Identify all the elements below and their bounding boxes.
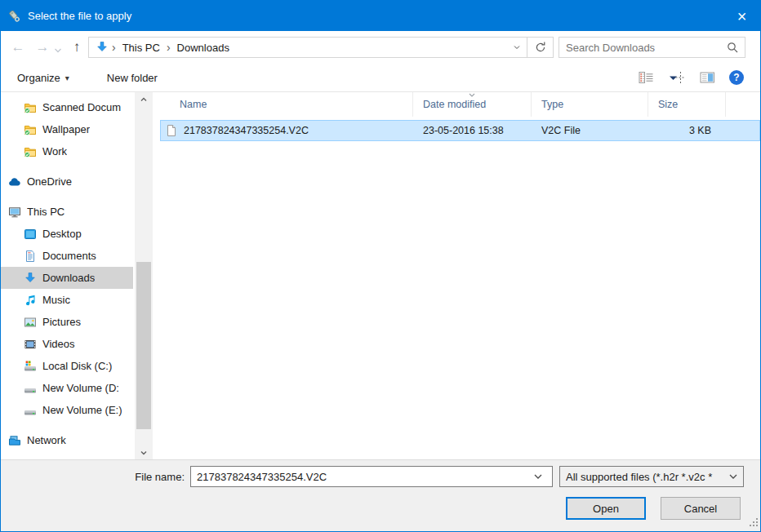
file-date-modified-cell: 23-05-2016 15:38 xyxy=(413,125,532,136)
sidebar-item-local-disk-c[interactable]: Local Disk (C:) xyxy=(1,355,133,377)
breadcrumb-downloads[interactable]: Downloads xyxy=(171,42,235,54)
window-title: Select the file to apply xyxy=(28,10,131,22)
disk-icon xyxy=(24,382,37,395)
sidebar-item-scanned-docum[interactable]: Scanned Docum xyxy=(1,96,133,118)
sidebar-item-label: Desktop xyxy=(42,228,82,240)
file-name-input[interactable] xyxy=(190,466,553,487)
change-view-chevron-icon[interactable] xyxy=(668,71,686,84)
sidebar-item-label: This PC xyxy=(27,206,65,218)
sidebar-scrollbar[interactable] xyxy=(135,92,153,459)
desktop-icon xyxy=(24,228,37,241)
organize-button[interactable]: Organize ▾ xyxy=(17,72,69,84)
sidebar-item-label: Videos xyxy=(42,338,75,350)
app-dongle-icon xyxy=(7,9,22,24)
file-name-dropdown-chevron-icon[interactable] xyxy=(532,470,545,483)
sidebar-item-wallpaper[interactable]: Wallpaper xyxy=(1,118,133,140)
address-bar[interactable]: › This PC › Downloads xyxy=(88,37,527,58)
sidebar-item-label: Scanned Docum xyxy=(42,101,121,113)
up-button[interactable]: ↑ xyxy=(66,38,87,57)
breadcrumb-this-pc[interactable]: This PC xyxy=(117,42,166,54)
column-header-size[interactable]: Size xyxy=(648,92,726,117)
file-list-body: 217837824347335254.V2C23-05-2016 15:38V2… xyxy=(153,120,760,141)
close-button[interactable]: × xyxy=(723,1,760,31)
search-icon[interactable] xyxy=(726,41,739,54)
sidebar-item-network[interactable]: Network xyxy=(1,429,133,451)
file-size-cell: 3 KB xyxy=(648,125,726,136)
sidebar-item-new-volume-d[interactable]: New Volume (D: xyxy=(1,377,133,399)
file-type-chevron-icon xyxy=(727,470,740,483)
organize-caret-icon: ▾ xyxy=(65,73,69,82)
refresh-button[interactable] xyxy=(527,37,554,58)
breadcrumb-separator: › xyxy=(166,41,171,54)
pictures-icon xyxy=(24,316,37,329)
column-header-date-modified[interactable]: Date modified xyxy=(413,92,532,117)
open-button[interactable]: Open xyxy=(566,497,646,520)
sidebar-item-label: Documents xyxy=(42,250,96,262)
sidebar-item-videos[interactable]: Videos xyxy=(1,333,133,355)
sidebar-item-onedrive[interactable]: OneDrive xyxy=(1,171,133,193)
folder-sync-icon xyxy=(24,145,37,158)
scrollbar-thumb[interactable] xyxy=(136,262,151,429)
breadcrumb-separator: › xyxy=(111,41,117,54)
details-view-icon[interactable] xyxy=(639,71,654,84)
new-folder-label: New folder xyxy=(107,72,158,84)
sidebar-item-music[interactable]: Music xyxy=(1,289,133,311)
scroll-down-icon[interactable] xyxy=(135,446,153,459)
sidebar-gap xyxy=(1,162,153,171)
this-pc-icon xyxy=(8,206,21,219)
sidebar-item-documents[interactable]: Documents xyxy=(1,245,133,267)
sidebar-item-label: New Volume (E:) xyxy=(42,404,122,416)
sidebar-item-new-volume-e[interactable]: New Volume (E:) xyxy=(1,399,133,421)
navigation-bar: ← → ↑ › This PC › Downloads xyxy=(1,31,760,64)
file-row-217837824347335254-v2c[interactable]: 217837824347335254.V2C23-05-2016 15:38V2… xyxy=(160,120,760,141)
folder-sync-icon xyxy=(24,101,37,114)
search-box xyxy=(559,37,745,58)
help-button[interactable]: ? xyxy=(729,70,744,85)
sidebar-item-pictures[interactable]: Pictures xyxy=(1,311,133,333)
sidebar-item-label: Pictures xyxy=(42,316,81,328)
downloads-icon xyxy=(24,272,37,285)
file-type-value: All supported files (*.h2r *.v2c * xyxy=(566,471,727,483)
file-icon xyxy=(165,124,178,137)
sidebar-item-label: Local Disk (C:) xyxy=(42,360,112,372)
column-header-label: Size xyxy=(658,99,678,110)
preview-pane-icon[interactable] xyxy=(700,71,715,84)
column-header-label: Date modified xyxy=(423,99,486,110)
column-header-label: Name xyxy=(180,99,207,110)
column-header-label: Type xyxy=(541,99,563,110)
column-header-name[interactable]: Name xyxy=(160,92,413,117)
sidebar-item-work[interactable]: Work xyxy=(1,140,133,162)
back-button[interactable]: ← xyxy=(7,38,29,57)
sidebar-item-label: Network xyxy=(27,434,66,446)
disk-icon xyxy=(24,404,37,417)
sidebar-item-label: OneDrive xyxy=(27,175,72,188)
network-icon xyxy=(8,434,21,447)
file-list-area[interactable]: NameDate modifiedTypeSize 21783782434733… xyxy=(153,92,760,459)
sidebar-item-downloads[interactable]: Downloads xyxy=(1,267,133,289)
command-bar: Organize ▾ New folder ? xyxy=(1,64,760,92)
file-type-cell: V2C File xyxy=(532,125,648,136)
recent-locations-chevron-icon[interactable] xyxy=(51,41,65,60)
forward-button[interactable]: → xyxy=(32,38,53,57)
sidebar-item-label: New Volume (D: xyxy=(42,382,119,394)
search-input[interactable] xyxy=(559,42,726,54)
organize-label: Organize xyxy=(17,72,60,84)
navigation-pane: Scanned DocumWallpaperWorkOneDriveThis P… xyxy=(1,92,153,459)
cancel-button[interactable]: Cancel xyxy=(661,497,741,520)
sidebar-item-desktop[interactable]: Desktop xyxy=(1,223,133,245)
file-name-cell: 217837824347335254.V2C xyxy=(160,124,413,137)
onedrive-icon xyxy=(8,175,21,188)
sidebar-item-label: Downloads xyxy=(42,272,95,284)
sort-indicator-icon xyxy=(467,92,477,99)
sidebar-gap xyxy=(1,193,153,201)
address-dropdown-chevron-icon[interactable] xyxy=(507,38,527,57)
folder-sync-icon xyxy=(24,123,37,136)
resize-grip[interactable] xyxy=(748,516,759,530)
file-type-select[interactable]: All supported files (*.h2r *.v2c * xyxy=(559,466,744,487)
scroll-up-icon[interactable] xyxy=(135,92,153,106)
column-header-type[interactable]: Type xyxy=(532,92,648,117)
sidebar-item-this-pc[interactable]: This PC xyxy=(1,201,133,223)
new-folder-button[interactable]: New folder xyxy=(107,72,158,84)
column-header-row: NameDate modifiedTypeSize xyxy=(160,92,760,117)
videos-icon xyxy=(24,338,37,351)
